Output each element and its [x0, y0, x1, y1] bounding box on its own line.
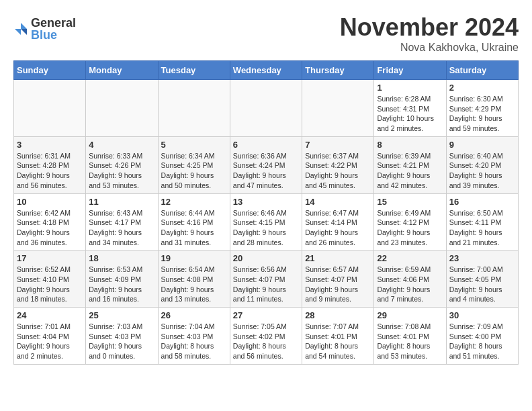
calendar-cell: [86, 80, 158, 137]
day-info: Sunrise: 6:40 AM Sunset: 4:20 PM Dayligh…: [449, 151, 515, 191]
calendar-week-row: 3Sunrise: 6:31 AM Sunset: 4:28 PM Daylig…: [14, 136, 519, 193]
calendar-cell: 21Sunrise: 6:57 AM Sunset: 4:07 PM Dayli…: [302, 250, 374, 308]
day-info: Sunrise: 6:42 AM Sunset: 4:18 PM Dayligh…: [17, 208, 83, 248]
day-info: Sunrise: 7:04 AM Sunset: 4:03 PM Dayligh…: [161, 322, 227, 361]
calendar-cell: [14, 80, 86, 137]
day-info: Sunrise: 6:49 AM Sunset: 4:12 PM Dayligh…: [377, 208, 443, 248]
day-info: Sunrise: 7:07 AM Sunset: 4:01 PM Dayligh…: [305, 322, 371, 361]
calendar-cell: 11Sunrise: 6:43 AM Sunset: 4:17 PM Dayli…: [86, 193, 158, 250]
title-area: November 2024 Nova Kakhovka, Ukraine: [340, 13, 519, 54]
weekday-header-row: SundayMondayTuesdayWednesdayThursdayFrid…: [14, 61, 519, 80]
day-info: Sunrise: 6:28 AM Sunset: 4:31 PM Dayligh…: [377, 94, 443, 134]
day-info: Sunrise: 6:43 AM Sunset: 4:17 PM Dayligh…: [89, 208, 154, 248]
day-info: Sunrise: 7:00 AM Sunset: 4:05 PM Dayligh…: [449, 265, 515, 304]
calendar-cell: 10Sunrise: 6:42 AM Sunset: 4:18 PM Dayli…: [14, 193, 86, 250]
logo-general: General: [31, 17, 76, 29]
day-number: 24: [17, 310, 83, 320]
day-number: 12: [161, 197, 227, 207]
calendar-cell: 16Sunrise: 6:50 AM Sunset: 4:11 PM Dayli…: [446, 193, 518, 250]
svg-marker-1: [21, 29, 27, 35]
calendar-cell: [302, 80, 374, 137]
calendar-cell: 14Sunrise: 6:47 AM Sunset: 4:14 PM Dayli…: [302, 193, 374, 250]
day-number: 29: [377, 310, 443, 320]
day-number: 1: [377, 83, 443, 93]
day-info: Sunrise: 6:44 AM Sunset: 4:16 PM Dayligh…: [161, 208, 227, 248]
day-number: 9: [449, 140, 515, 150]
calendar-cell: 15Sunrise: 6:49 AM Sunset: 4:12 PM Dayli…: [374, 193, 446, 250]
day-info: Sunrise: 6:57 AM Sunset: 4:07 PM Dayligh…: [305, 265, 371, 304]
calendar-week-row: 17Sunrise: 6:52 AM Sunset: 4:10 PM Dayli…: [14, 250, 519, 308]
calendar-cell: 29Sunrise: 7:08 AM Sunset: 4:01 PM Dayli…: [374, 308, 446, 365]
month-title: November 2024: [340, 13, 519, 42]
day-info: Sunrise: 6:36 AM Sunset: 4:24 PM Dayligh…: [233, 151, 299, 191]
day-info: Sunrise: 6:52 AM Sunset: 4:10 PM Dayligh…: [17, 265, 83, 304]
calendar-week-row: 10Sunrise: 6:42 AM Sunset: 4:18 PM Dayli…: [14, 193, 519, 250]
day-info: Sunrise: 7:05 AM Sunset: 4:02 PM Dayligh…: [233, 322, 299, 361]
day-info: Sunrise: 6:50 AM Sunset: 4:11 PM Dayligh…: [449, 208, 515, 248]
day-info: Sunrise: 7:09 AM Sunset: 4:00 PM Dayligh…: [449, 322, 515, 361]
calendar-cell: 1Sunrise: 6:28 AM Sunset: 4:31 PM Daylig…: [374, 80, 446, 137]
day-number: 21: [305, 253, 371, 263]
calendar-week-row: 1Sunrise: 6:28 AM Sunset: 4:31 PM Daylig…: [14, 80, 519, 137]
day-number: 25: [89, 310, 154, 320]
day-info: Sunrise: 7:03 AM Sunset: 4:03 PM Dayligh…: [89, 322, 154, 361]
logo-icon: [13, 21, 28, 36]
calendar-cell: 28Sunrise: 7:07 AM Sunset: 4:01 PM Dayli…: [302, 308, 374, 365]
logo-text: General Blue: [31, 17, 76, 41]
calendar-cell: 27Sunrise: 7:05 AM Sunset: 4:02 PM Dayli…: [230, 308, 302, 365]
calendar-cell: 25Sunrise: 7:03 AM Sunset: 4:03 PM Dayli…: [86, 308, 158, 365]
day-number: 5: [161, 140, 227, 150]
day-number: 8: [377, 140, 443, 150]
weekday-header: Tuesday: [158, 61, 230, 80]
calendar-cell: 6Sunrise: 6:36 AM Sunset: 4:24 PM Daylig…: [230, 136, 302, 193]
calendar-cell: 8Sunrise: 6:39 AM Sunset: 4:21 PM Daylig…: [374, 136, 446, 193]
day-number: 17: [17, 253, 83, 263]
day-number: 3: [17, 140, 83, 150]
day-info: Sunrise: 6:53 AM Sunset: 4:09 PM Dayligh…: [89, 265, 154, 304]
day-info: Sunrise: 6:34 AM Sunset: 4:25 PM Dayligh…: [161, 151, 227, 191]
day-number: 23: [449, 253, 515, 263]
calendar-cell: 2Sunrise: 6:30 AM Sunset: 4:29 PM Daylig…: [446, 80, 518, 137]
calendar-cell: 5Sunrise: 6:34 AM Sunset: 4:25 PM Daylig…: [158, 136, 230, 193]
day-info: Sunrise: 6:33 AM Sunset: 4:26 PM Dayligh…: [89, 151, 154, 191]
calendar-cell: 12Sunrise: 6:44 AM Sunset: 4:16 PM Dayli…: [158, 193, 230, 250]
day-number: 10: [17, 197, 83, 207]
calendar-cell: 13Sunrise: 6:46 AM Sunset: 4:15 PM Dayli…: [230, 193, 302, 250]
day-number: 11: [89, 197, 154, 207]
day-number: 15: [377, 197, 443, 207]
day-number: 19: [161, 253, 227, 263]
weekday-header: Monday: [86, 61, 158, 80]
day-info: Sunrise: 6:30 AM Sunset: 4:29 PM Dayligh…: [449, 94, 515, 134]
day-number: 28: [305, 310, 371, 320]
weekday-header: Saturday: [446, 61, 518, 80]
day-info: Sunrise: 6:37 AM Sunset: 4:22 PM Dayligh…: [305, 151, 371, 191]
day-number: 7: [305, 140, 371, 150]
day-info: Sunrise: 6:59 AM Sunset: 4:06 PM Dayligh…: [377, 265, 443, 304]
day-number: 30: [449, 310, 515, 320]
calendar-cell: 23Sunrise: 7:00 AM Sunset: 4:05 PM Dayli…: [446, 250, 518, 308]
day-number: 22: [377, 253, 443, 263]
header: General Blue November 2024 Nova Kakhovka…: [13, 13, 519, 54]
calendar-cell: 20Sunrise: 6:56 AM Sunset: 4:07 PM Dayli…: [230, 250, 302, 308]
logo: General Blue: [13, 17, 76, 41]
calendar-cell: 3Sunrise: 6:31 AM Sunset: 4:28 PM Daylig…: [14, 136, 86, 193]
calendar-cell: 17Sunrise: 6:52 AM Sunset: 4:10 PM Dayli…: [14, 250, 86, 308]
calendar-cell: 24Sunrise: 7:01 AM Sunset: 4:04 PM Dayli…: [14, 308, 86, 365]
day-number: 13: [233, 197, 299, 207]
day-number: 18: [89, 253, 154, 263]
day-info: Sunrise: 6:46 AM Sunset: 4:15 PM Dayligh…: [233, 208, 299, 248]
day-number: 20: [233, 253, 299, 263]
day-number: 4: [89, 140, 154, 150]
calendar-cell: 19Sunrise: 6:54 AM Sunset: 4:08 PM Dayli…: [158, 250, 230, 308]
calendar-cell: 30Sunrise: 7:09 AM Sunset: 4:00 PM Dayli…: [446, 308, 518, 365]
day-info: Sunrise: 7:08 AM Sunset: 4:01 PM Dayligh…: [377, 322, 443, 361]
calendar-cell: 18Sunrise: 6:53 AM Sunset: 4:09 PM Dayli…: [86, 250, 158, 308]
weekday-header: Wednesday: [230, 61, 302, 80]
day-info: Sunrise: 6:31 AM Sunset: 4:28 PM Dayligh…: [17, 151, 83, 191]
calendar-cell: [158, 80, 230, 137]
calendar-week-row: 24Sunrise: 7:01 AM Sunset: 4:04 PM Dayli…: [14, 308, 519, 365]
day-info: Sunrise: 7:01 AM Sunset: 4:04 PM Dayligh…: [17, 322, 83, 361]
day-info: Sunrise: 6:47 AM Sunset: 4:14 PM Dayligh…: [305, 208, 371, 248]
weekday-header: Sunday: [14, 61, 86, 80]
day-number: 2: [449, 83, 515, 93]
